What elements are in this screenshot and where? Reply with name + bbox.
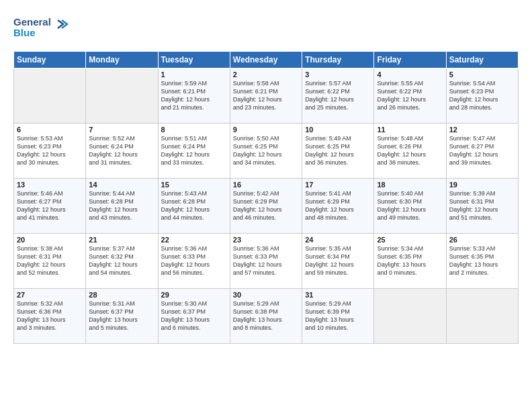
logo-svg: General Blue — [13, 13, 74, 43]
calendar-cell: 27Sunrise: 5:32 AM Sunset: 6:36 PM Dayli… — [14, 289, 86, 344]
day-detail: Sunrise: 5:50 AM Sunset: 6:25 PM Dayligh… — [233, 134, 299, 167]
calendar-cell: 26Sunrise: 5:33 AM Sunset: 6:35 PM Dayli… — [446, 234, 518, 289]
day-detail: Sunrise: 5:42 AM Sunset: 6:29 PM Dayligh… — [233, 189, 299, 222]
day-detail: Sunrise: 5:41 AM Sunset: 6:29 PM Dayligh… — [305, 189, 371, 222]
weekday-header-wednesday: Wednesday — [230, 52, 302, 68]
day-detail: Sunrise: 5:46 AM Sunset: 6:27 PM Dayligh… — [17, 189, 83, 222]
calendar-week-2: 6Sunrise: 5:53 AM Sunset: 6:23 PM Daylig… — [14, 124, 519, 179]
calendar-cell: 21Sunrise: 5:37 AM Sunset: 6:32 PM Dayli… — [86, 234, 158, 289]
weekday-header-friday: Friday — [374, 52, 446, 68]
calendar-cell: 8Sunrise: 5:51 AM Sunset: 6:24 PM Daylig… — [158, 124, 230, 179]
calendar-cell: 10Sunrise: 5:49 AM Sunset: 6:25 PM Dayli… — [302, 124, 374, 179]
page: General Blue SundayMondayTuesdayWednesda… — [0, 0, 532, 351]
calendar-cell: 9Sunrise: 5:50 AM Sunset: 6:25 PM Daylig… — [230, 124, 302, 179]
weekday-header-thursday: Thursday — [302, 52, 374, 68]
day-number: 15 — [161, 181, 227, 189]
day-detail: Sunrise: 5:40 AM Sunset: 6:30 PM Dayligh… — [377, 189, 443, 222]
day-number: 16 — [233, 181, 299, 189]
calendar-week-4: 20Sunrise: 5:38 AM Sunset: 6:31 PM Dayli… — [14, 234, 519, 289]
day-number: 17 — [305, 181, 371, 189]
day-number: 29 — [161, 291, 227, 299]
day-detail: Sunrise: 5:33 AM Sunset: 6:35 PM Dayligh… — [449, 244, 515, 277]
day-detail: Sunrise: 5:48 AM Sunset: 6:26 PM Dayligh… — [377, 134, 443, 167]
day-detail: Sunrise: 5:29 AM Sunset: 6:38 PM Dayligh… — [233, 300, 299, 332]
calendar-week-5: 27Sunrise: 5:32 AM Sunset: 6:36 PM Dayli… — [14, 289, 519, 344]
logo: General Blue — [13, 13, 74, 46]
calendar-cell: 14Sunrise: 5:44 AM Sunset: 6:28 PM Dayli… — [86, 179, 158, 234]
day-number: 25 — [377, 236, 443, 244]
calendar-cell: 5Sunrise: 5:54 AM Sunset: 6:23 PM Daylig… — [446, 68, 518, 124]
calendar-cell: 7Sunrise: 5:52 AM Sunset: 6:24 PM Daylig… — [86, 124, 158, 179]
day-number: 14 — [89, 181, 154, 189]
day-number: 4 — [377, 71, 443, 79]
calendar-cell: 25Sunrise: 5:34 AM Sunset: 6:35 PM Dayli… — [374, 234, 446, 289]
day-detail: Sunrise: 5:52 AM Sunset: 6:24 PM Dayligh… — [89, 134, 154, 167]
calendar-cell: 24Sunrise: 5:35 AM Sunset: 6:34 PM Dayli… — [302, 234, 374, 289]
day-number: 1 — [161, 71, 227, 79]
calendar-cell: 13Sunrise: 5:46 AM Sunset: 6:27 PM Dayli… — [14, 179, 86, 234]
calendar-cell: 15Sunrise: 5:43 AM Sunset: 6:28 PM Dayli… — [158, 179, 230, 234]
day-number: 2 — [233, 71, 299, 79]
day-number: 30 — [233, 291, 299, 299]
calendar-cell: 17Sunrise: 5:41 AM Sunset: 6:29 PM Dayli… — [302, 179, 374, 234]
calendar-cell — [14, 68, 86, 124]
calendar-cell: 11Sunrise: 5:48 AM Sunset: 6:26 PM Dayli… — [374, 124, 446, 179]
weekday-header-saturday: Saturday — [446, 52, 518, 68]
svg-text:Blue: Blue — [13, 27, 36, 38]
day-detail: Sunrise: 5:39 AM Sunset: 6:31 PM Dayligh… — [449, 189, 515, 222]
day-detail: Sunrise: 5:57 AM Sunset: 6:22 PM Dayligh… — [305, 79, 371, 112]
calendar-cell: 18Sunrise: 5:40 AM Sunset: 6:30 PM Dayli… — [374, 179, 446, 234]
calendar-cell: 29Sunrise: 5:30 AM Sunset: 6:37 PM Dayli… — [158, 289, 230, 344]
day-detail: Sunrise: 5:34 AM Sunset: 6:35 PM Dayligh… — [377, 244, 443, 277]
day-number: 10 — [305, 126, 371, 134]
calendar-cell: 12Sunrise: 5:47 AM Sunset: 6:27 PM Dayli… — [446, 124, 518, 179]
day-detail: Sunrise: 5:32 AM Sunset: 6:36 PM Dayligh… — [17, 300, 83, 332]
day-number: 31 — [305, 291, 371, 299]
calendar-cell — [374, 289, 446, 344]
day-number: 9 — [233, 126, 299, 134]
day-number: 27 — [17, 291, 83, 299]
calendar-cell: 23Sunrise: 5:36 AM Sunset: 6:33 PM Dayli… — [230, 234, 302, 289]
calendar-week-1: 1Sunrise: 5:59 AM Sunset: 6:21 PM Daylig… — [14, 68, 519, 124]
day-detail: Sunrise: 5:54 AM Sunset: 6:23 PM Dayligh… — [449, 79, 515, 112]
calendar-cell: 3Sunrise: 5:57 AM Sunset: 6:22 PM Daylig… — [302, 68, 374, 124]
day-detail: Sunrise: 5:51 AM Sunset: 6:24 PM Dayligh… — [161, 134, 227, 167]
day-detail: Sunrise: 5:49 AM Sunset: 6:25 PM Dayligh… — [305, 134, 371, 167]
day-detail: Sunrise: 5:29 AM Sunset: 6:39 PM Dayligh… — [305, 300, 371, 332]
calendar-cell: 4Sunrise: 5:55 AM Sunset: 6:22 PM Daylig… — [374, 68, 446, 124]
day-detail: Sunrise: 5:37 AM Sunset: 6:32 PM Dayligh… — [89, 244, 154, 277]
calendar-cell: 31Sunrise: 5:29 AM Sunset: 6:39 PM Dayli… — [302, 289, 374, 344]
calendar-cell — [86, 68, 158, 124]
day-detail: Sunrise: 5:53 AM Sunset: 6:23 PM Dayligh… — [17, 134, 83, 167]
day-number: 3 — [305, 71, 371, 79]
day-detail: Sunrise: 5:58 AM Sunset: 6:21 PM Dayligh… — [233, 79, 299, 112]
day-detail: Sunrise: 5:36 AM Sunset: 6:33 PM Dayligh… — [233, 244, 299, 277]
day-number: 26 — [449, 236, 515, 244]
calendar-cell: 16Sunrise: 5:42 AM Sunset: 6:29 PM Dayli… — [230, 179, 302, 234]
day-number: 13 — [17, 181, 83, 189]
day-number: 28 — [89, 291, 154, 299]
day-number: 7 — [89, 126, 154, 134]
header: General Blue — [13, 11, 519, 46]
calendar-cell: 22Sunrise: 5:36 AM Sunset: 6:33 PM Dayli… — [158, 234, 230, 289]
calendar-table: SundayMondayTuesdayWednesdayThursdayFrid… — [13, 51, 519, 344]
day-number: 6 — [17, 126, 83, 134]
weekday-header-row: SundayMondayTuesdayWednesdayThursdayFrid… — [14, 52, 519, 68]
day-detail: Sunrise: 5:59 AM Sunset: 6:21 PM Dayligh… — [161, 79, 227, 112]
calendar-week-3: 13Sunrise: 5:46 AM Sunset: 6:27 PM Dayli… — [14, 179, 519, 234]
day-number: 8 — [161, 126, 227, 134]
day-number: 18 — [377, 181, 443, 189]
day-detail: Sunrise: 5:30 AM Sunset: 6:37 PM Dayligh… — [161, 300, 227, 332]
calendar-cell: 28Sunrise: 5:31 AM Sunset: 6:37 PM Dayli… — [86, 289, 158, 344]
svg-text:General: General — [13, 16, 51, 28]
weekday-header-sunday: Sunday — [14, 52, 86, 68]
calendar-cell: 6Sunrise: 5:53 AM Sunset: 6:23 PM Daylig… — [14, 124, 86, 179]
day-detail: Sunrise: 5:43 AM Sunset: 6:28 PM Dayligh… — [161, 189, 227, 222]
calendar-cell: 2Sunrise: 5:58 AM Sunset: 6:21 PM Daylig… — [230, 68, 302, 124]
day-number: 24 — [305, 236, 371, 244]
calendar-cell: 19Sunrise: 5:39 AM Sunset: 6:31 PM Dayli… — [446, 179, 518, 234]
day-number: 11 — [377, 126, 443, 134]
day-number: 22 — [161, 236, 227, 244]
calendar-cell: 1Sunrise: 5:59 AM Sunset: 6:21 PM Daylig… — [158, 68, 230, 124]
day-detail: Sunrise: 5:55 AM Sunset: 6:22 PM Dayligh… — [377, 79, 443, 112]
